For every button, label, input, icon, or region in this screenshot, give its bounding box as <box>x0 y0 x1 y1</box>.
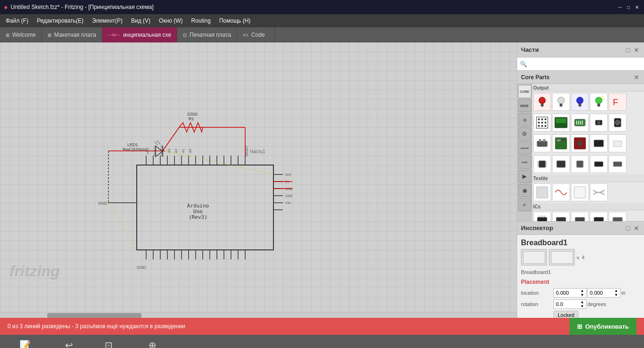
svg-rect-139 <box>594 217 603 221</box>
canvas-area[interactable]: fritzing <box>0 42 517 318</box>
x-spinner-controls[interactable]: ▲▼ <box>580 289 584 297</box>
part-textile3[interactable] <box>571 183 589 201</box>
part-ic5[interactable] <box>609 212 627 221</box>
part-sensor[interactable] <box>533 134 551 152</box>
y-spinner[interactable]: 0.000 ▲▼ <box>587 288 620 298</box>
locked-button[interactable]: Locked <box>553 311 578 318</box>
close-button[interactable]: ✕ <box>634 4 640 10</box>
svg-point-93 <box>541 122 543 124</box>
part-ic1[interactable] <box>533 212 551 221</box>
inspector-controls: □ ✕ <box>625 224 640 232</box>
cat-mine[interactable]: MINE <box>518 99 531 112</box>
part-item-5[interactable]: F <box>609 93 627 111</box>
part-textile2[interactable] <box>552 183 570 201</box>
y-spinner-controls[interactable]: ▲▼ <box>614 289 618 297</box>
part-matrix[interactable] <box>533 114 551 132</box>
location-label: location <box>521 290 552 296</box>
svg-point-96 <box>541 125 543 127</box>
parts-close-button[interactable]: ✕ <box>633 46 640 54</box>
cat-gear[interactable]: ⚙ <box>518 127 531 141</box>
menu-window[interactable]: Окно (W) <box>155 16 187 26</box>
component-ref: Breadboard1 <box>521 269 640 275</box>
part-chip5[interactable] <box>609 155 627 173</box>
parts-grid-area: CORE MINE ⊚ ⚙ seeed intel ▶ ◉ ≡ Output <box>517 84 644 221</box>
svg-rect-132 <box>537 217 547 221</box>
part-item-6[interactable] <box>571 114 589 132</box>
cat-fabric[interactable]: ≡ <box>518 198 531 211</box>
titlebar-left: ● Untitled Sketch.fzz* - Fritzing - [При… <box>4 3 154 11</box>
part-ic3[interactable] <box>571 212 589 221</box>
part-item-7[interactable] <box>590 114 608 132</box>
scrollbar-thumb[interactable] <box>47 313 141 318</box>
part-led-red[interactable] <box>533 93 551 111</box>
svg-text:A0: A0 <box>189 149 192 153</box>
rotate-icon: ↩ <box>65 340 73 348</box>
svg-line-71 <box>108 203 137 250</box>
location-inputs: 0.000 ▲▼ 0.000 ▲▼ in <box>553 288 626 298</box>
bottom-tool-display[interactable]: ⊡ Отобразить <box>92 338 125 348</box>
core-parts-close[interactable]: ✕ <box>633 74 640 81</box>
titlebar-title: Untitled Sketch.fzz* - Fritzing - [Принц… <box>10 4 153 10</box>
cat-arduino[interactable]: ⊚ <box>518 113 531 126</box>
tab-breadboard[interactable]: ⊞ Макетная плата <box>42 27 102 42</box>
part-ic2[interactable] <box>552 212 570 221</box>
part-ic4[interactable] <box>590 212 608 221</box>
bottom-tool-note[interactable]: 📝 авить примечаа <box>4 338 46 348</box>
part-chip4[interactable] <box>590 155 608 173</box>
part-item-8[interactable] <box>609 114 627 132</box>
cat-play[interactable]: ▶ <box>518 170 531 183</box>
bottom-tool-rotate[interactable]: ↩ Повернуть <box>54 338 84 348</box>
inspector-close-button[interactable]: ✕ <box>633 224 640 232</box>
tab-pcb[interactable]: ⊡ Печатная плата <box>177 27 237 42</box>
locked-row: Locked <box>521 311 640 318</box>
svg-rect-117 <box>594 140 603 147</box>
cat-seeed[interactable]: seeed <box>518 141 531 155</box>
cat-intel[interactable]: intel <box>518 156 531 169</box>
menu-routing[interactable]: Routing <box>188 16 215 26</box>
bottom-tool-autoroute[interactable]: ⊕ втотрассировк <box>133 338 172 348</box>
tab-code[interactable]: <> Code <box>237 27 275 42</box>
cat-core[interactable]: CORE <box>518 85 531 98</box>
svg-rect-119 <box>539 161 545 167</box>
inspector-section: Инспектор □ ✕ Breadboard1 <box>517 222 644 318</box>
inspector-expand-button[interactable]: □ <box>625 224 631 232</box>
part-textile4[interactable] <box>590 183 608 201</box>
part-board1[interactable] <box>552 134 570 152</box>
rotation-spinner-controls[interactable]: ▲▼ <box>580 300 584 308</box>
tab-welcome[interactable]: ⊞ Welcome <box>0 27 42 42</box>
part-textile1[interactable] <box>533 183 551 201</box>
publish-button[interactable]: ⊞ Опубликовать <box>570 318 636 335</box>
main-area: fritzing <box>0 42 644 318</box>
svg-rect-84 <box>597 104 600 107</box>
part-item-10[interactable] <box>609 134 627 152</box>
parts-expand-button[interactable]: □ <box>625 46 631 54</box>
rotation-spinner[interactable]: 0.0 ▲▼ <box>553 299 586 309</box>
part-item-2[interactable] <box>552 93 570 111</box>
x-spinner[interactable]: 0.000 ▲▼ <box>553 288 586 298</box>
part-display[interactable] <box>552 114 570 132</box>
menu-help[interactable]: Помощь (H) <box>215 16 254 26</box>
horizontal-scrollbar[interactable] <box>0 312 517 318</box>
part-item-3[interactable] <box>571 93 589 111</box>
menu-view[interactable]: Вид (V) <box>127 16 154 26</box>
part-chip2[interactable] <box>552 155 570 173</box>
svg-rect-113 <box>557 139 561 141</box>
search-input[interactable] <box>530 61 641 67</box>
tab-schematic[interactable]: —W— инципиальная схе <box>102 27 177 42</box>
part-item-4[interactable] <box>590 93 608 111</box>
maximize-button[interactable]: □ <box>625 4 632 10</box>
svg-rect-131 <box>574 187 586 198</box>
part-chip1[interactable] <box>533 155 551 173</box>
menu-element[interactable]: Элемент(P) <box>88 16 126 26</box>
cat-eye[interactable]: ◉ <box>518 184 531 197</box>
menu-file[interactable]: Файл (F) <box>2 16 32 26</box>
svg-point-77 <box>539 97 545 104</box>
svg-point-79 <box>558 97 564 104</box>
part-board2[interactable] <box>571 134 589 152</box>
schematic-canvas[interactable]: Arduino Uno (Rev3) VCC A5/SCL A4/SDA A3 … <box>71 80 354 316</box>
minimize-button[interactable]: ─ <box>617 4 623 10</box>
menu-edit[interactable]: Редактировать(E) <box>33 16 87 26</box>
part-item-9[interactable] <box>590 134 608 152</box>
part-chip3[interactable] <box>571 155 589 173</box>
svg-rect-118 <box>613 141 622 147</box>
